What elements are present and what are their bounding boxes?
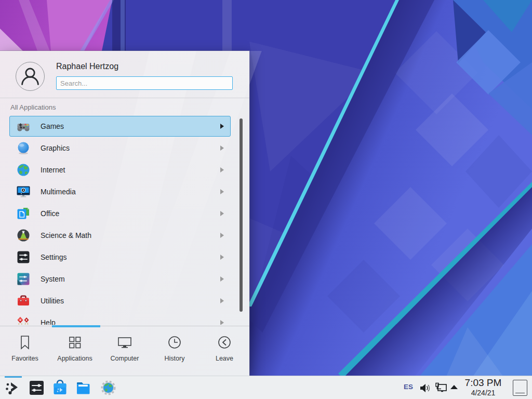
menu-item-label: Games	[41, 115, 64, 137]
tab-leave[interactable]: Leave	[200, 326, 249, 376]
tab-favorites[interactable]: Favorites	[0, 326, 50, 376]
scrollbar-thumb[interactable]	[240, 118, 243, 312]
monitor-icon	[116, 334, 133, 351]
konqueror-browser-icon[interactable]	[100, 380, 116, 396]
discover-icon[interactable]	[52, 380, 68, 396]
clock-date: 4/24/21	[458, 389, 508, 397]
tab-history[interactable]: History	[150, 326, 200, 376]
menu-item-label: Multimedia	[41, 181, 76, 203]
chevron-right-icon	[220, 233, 224, 238]
kde-launcher-icon	[5, 380, 21, 396]
monitor-play-icon	[17, 185, 30, 198]
tab-label: Leave	[216, 355, 233, 362]
documents-icon	[17, 207, 30, 220]
menu-item-science-math[interactable]: Science & Math	[0, 224, 249, 246]
chevron-right-icon	[220, 211, 224, 216]
volume-icon[interactable]	[419, 382, 431, 394]
menu-item-games[interactable]: Games	[0, 115, 249, 137]
tab-label: Favorites	[11, 355, 38, 362]
launcher-active-indicator	[5, 376, 22, 378]
menu-item-label: Internet	[41, 159, 65, 181]
menu-item-label: Settings	[41, 246, 67, 268]
menu-item-multimedia[interactable]: Multimedia	[0, 181, 249, 203]
taskbar-panel: ES 7:03 PM 4/24/21	[0, 376, 532, 399]
launcher-tab-bar: Favorites Applications Computer	[0, 326, 249, 376]
chevron-right-icon	[220, 298, 224, 303]
chevron-right-icon	[220, 145, 224, 151]
menu-item-help[interactable]: Help	[0, 312, 249, 325]
section-label: All Applications	[10, 103, 56, 111]
tab-applications[interactable]: Applications	[50, 326, 100, 376]
tab-label: History	[165, 355, 185, 362]
clock-time: 7:03 PM	[458, 377, 508, 389]
menu-item-label: Science & Math	[41, 224, 91, 246]
clock-icon	[166, 334, 183, 351]
menu-item-settings[interactable]: Settings	[0, 246, 249, 268]
user-avatar-icon	[16, 62, 45, 91]
flask-icon	[17, 229, 30, 242]
sphere-icon	[17, 141, 30, 155]
globe-icon	[17, 163, 30, 177]
system-settings-icon[interactable]	[29, 380, 45, 396]
menu-item-label: Utilities	[41, 290, 64, 312]
network-icon[interactable]	[434, 382, 448, 394]
chevron-right-icon	[220, 189, 224, 194]
chevron-right-icon	[220, 276, 224, 282]
menu-item-graphics[interactable]: Graphics	[0, 137, 249, 159]
chevron-right-icon	[220, 124, 224, 129]
menu-item-utilities[interactable]: Utilities	[0, 290, 249, 312]
digital-clock[interactable]: 7:03 PM 4/24/21	[458, 377, 508, 397]
dolphin-file-manager-icon[interactable]	[75, 380, 91, 396]
chevron-right-icon	[220, 255, 224, 260]
application-launcher-menu: Raphael Hertzog All Applications Games	[0, 51, 249, 376]
gamepad-icon	[17, 119, 30, 133]
menu-item-internet[interactable]: Internet	[0, 159, 249, 181]
category-list: Games Graphics	[0, 115, 249, 325]
lifebuoy-icon	[17, 316, 30, 325]
launcher-header: Raphael Hertzog	[0, 51, 249, 98]
menu-item-label: Help	[41, 312, 56, 325]
tab-label: Computer	[111, 355, 139, 362]
leave-icon	[216, 334, 233, 351]
menu-item-office[interactable]: Office	[0, 203, 249, 224]
menu-item-label: Office	[41, 203, 59, 224]
keyboard-layout-indicator[interactable]: ES	[404, 383, 413, 391]
expand-tray-caret-icon[interactable]	[450, 384, 458, 390]
show-desktop-button[interactable]	[513, 380, 527, 396]
application-launcher-button[interactable]	[3, 376, 23, 399]
toolbox-icon	[17, 294, 30, 308]
chevron-right-icon	[220, 167, 224, 172]
search-input[interactable]	[56, 76, 233, 90]
active-tab-indicator	[52, 325, 100, 327]
tab-computer[interactable]: Computer	[100, 326, 150, 376]
tab-label: Applications	[57, 355, 92, 362]
user-name: Raphael Hertzog	[56, 62, 118, 71]
menu-item-label: Graphics	[41, 137, 70, 159]
desktop[interactable]: Raphael Hertzog All Applications Games	[0, 0, 532, 399]
chevron-right-icon	[220, 320, 224, 325]
grid-icon	[66, 334, 83, 351]
bookmark-icon	[17, 334, 33, 351]
sliders-dark-icon	[17, 250, 30, 264]
sliders-gradient-icon	[17, 272, 30, 286]
menu-item-label: System	[41, 268, 65, 290]
menu-item-system[interactable]: System	[0, 268, 249, 290]
